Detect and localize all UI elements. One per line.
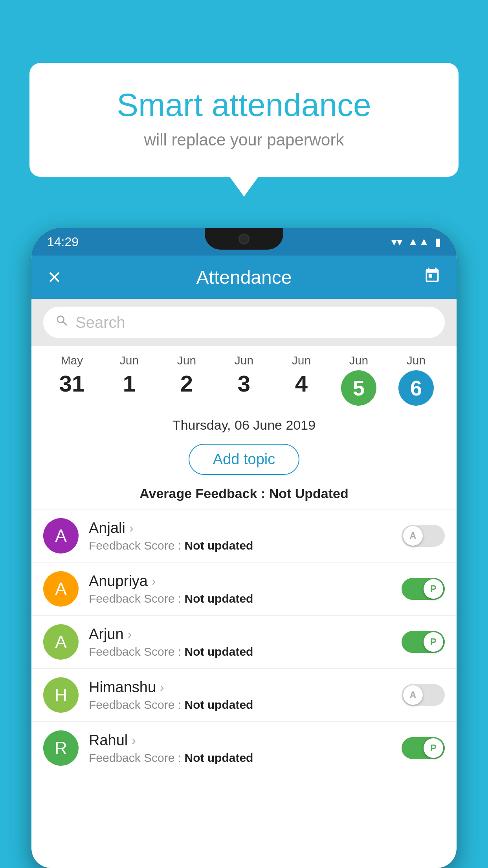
date-strip: May31Jun1Jun2Jun3Jun4Jun5Jun6 <box>31 346 457 410</box>
chevron-right-icon: › <box>129 521 134 535</box>
status-icons: ▾▾ ▲▲ ▮ <box>391 235 441 248</box>
date-number: 31 <box>59 370 85 397</box>
date-number: 4 <box>295 370 308 397</box>
date-number: 3 <box>238 370 250 397</box>
calendar-icon[interactable] <box>424 267 441 288</box>
student-feedback: Feedback Score : Not updated <box>89 592 394 605</box>
toggle-container: A <box>402 525 445 547</box>
student-name: Himanshu › <box>89 679 394 696</box>
date-number: 5 <box>341 370 376 406</box>
page-title: Attendance <box>196 267 292 288</box>
search-input[interactable]: Search <box>75 314 125 331</box>
chevron-right-icon: › <box>128 627 132 642</box>
toggle-thumb: A <box>403 526 423 546</box>
phone-notch <box>205 228 283 250</box>
toggle-thumb: P <box>424 738 443 758</box>
avatar: R <box>43 730 79 766</box>
toggle-container: P <box>402 737 445 759</box>
toggle-thumb: A <box>403 685 423 705</box>
student-feedback: Feedback Score : Not updated <box>89 645 394 658</box>
avatar: A <box>43 571 79 607</box>
attendance-toggle[interactable]: A <box>402 525 445 547</box>
toggle-container: A <box>402 684 445 706</box>
speech-bubble-subtitle: will replace your paperwork <box>57 131 431 149</box>
date-month: Jun <box>407 354 426 367</box>
list-item[interactable]: AAnupriya ›Feedback Score : Not updatedP <box>31 562 457 615</box>
date-number: 6 <box>398 370 434 406</box>
date-item[interactable]: Jun3 <box>224 354 264 397</box>
toggle-thumb: P <box>424 579 443 599</box>
date-item[interactable]: Jun6 <box>396 354 436 406</box>
student-name: Anupriya › <box>89 573 394 590</box>
list-item[interactable]: HHimanshu ›Feedback Score : Not updatedA <box>31 668 457 721</box>
attendance-toggle[interactable]: A <box>402 684 445 706</box>
search-bar[interactable]: Search <box>43 307 445 338</box>
chevron-right-icon: › <box>152 574 156 588</box>
date-month: Jun <box>292 354 311 367</box>
status-time: 14:29 <box>47 235 79 249</box>
date-item[interactable]: Jun4 <box>282 354 321 397</box>
student-feedback: Feedback Score : Not updated <box>89 539 394 552</box>
student-feedback: Feedback Score : Not updated <box>89 751 394 765</box>
battery-icon: ▮ <box>435 235 441 248</box>
student-info: Arjun ›Feedback Score : Not updated <box>89 626 394 658</box>
student-info: Himanshu ›Feedback Score : Not updated <box>89 679 394 712</box>
avatar: A <box>43 624 79 660</box>
list-item[interactable]: AArjun ›Feedback Score : Not updatedP <box>31 615 457 668</box>
average-feedback: Average Feedback : Not Updated <box>31 482 457 509</box>
date-month: Jun <box>177 354 196 367</box>
student-info: Anupriya ›Feedback Score : Not updated <box>89 573 394 605</box>
average-feedback-label: Average Feedback : <box>139 486 269 501</box>
date-number: 1 <box>123 370 136 397</box>
add-topic-button[interactable]: Add topic <box>189 444 299 475</box>
date-month: Jun <box>120 354 139 367</box>
app-screen: ✕ Attendance Search May31Jun1Jun2Jun3Jun <box>31 256 457 868</box>
date-number: 2 <box>180 370 193 397</box>
average-feedback-value: Not Updated <box>269 486 349 501</box>
avatar: H <box>43 677 79 713</box>
avatar: A <box>43 518 79 554</box>
date-month: Jun <box>349 354 368 367</box>
student-info: Anjali ›Feedback Score : Not updated <box>89 520 394 552</box>
front-camera <box>238 234 250 245</box>
app-header: ✕ Attendance <box>31 256 457 299</box>
student-name: Rahul › <box>89 732 394 749</box>
chevron-right-icon: › <box>160 680 164 695</box>
toggle-container: P <box>402 631 445 653</box>
toggle-container: P <box>402 578 445 600</box>
speech-bubble-title: Smart attendance <box>57 86 431 123</box>
close-button[interactable]: ✕ <box>47 267 62 287</box>
date-month: Jun <box>235 354 253 367</box>
signal-icon: ▲▲ <box>408 235 429 248</box>
student-feedback: Feedback Score : Not updated <box>89 698 394 712</box>
student-info: Rahul ›Feedback Score : Not updated <box>89 732 394 765</box>
add-topic-container: Add topic <box>31 437 457 482</box>
date-item[interactable]: May31 <box>52 354 92 397</box>
list-item[interactable]: RRahul ›Feedback Score : Not updatedP <box>31 721 457 774</box>
attendance-toggle[interactable]: P <box>402 578 445 600</box>
wifi-icon: ▾▾ <box>391 235 402 248</box>
phone-frame: 14:29 ▾▾ ▲▲ ▮ ✕ Attendance <box>31 228 457 868</box>
student-list: AAnjali ›Feedback Score : Not updatedAAA… <box>31 509 457 774</box>
speech-bubble: Smart attendance will replace your paper… <box>29 63 459 177</box>
search-icon <box>55 314 69 331</box>
student-name: Arjun › <box>89 626 394 643</box>
date-month: May <box>61 354 83 367</box>
selected-date: Thursday, 06 June 2019 <box>31 410 457 437</box>
attendance-toggle[interactable]: P <box>402 737 445 759</box>
attendance-toggle[interactable]: P <box>402 631 445 653</box>
chevron-right-icon: › <box>132 733 136 748</box>
toggle-thumb: P <box>424 632 443 652</box>
date-item[interactable]: Jun5 <box>339 354 378 406</box>
list-item[interactable]: AAnjali ›Feedback Score : Not updatedA <box>31 509 457 562</box>
date-item[interactable]: Jun2 <box>167 354 206 397</box>
date-item[interactable]: Jun1 <box>110 354 149 397</box>
student-name: Anjali › <box>89 520 394 537</box>
search-container: Search <box>31 299 457 346</box>
